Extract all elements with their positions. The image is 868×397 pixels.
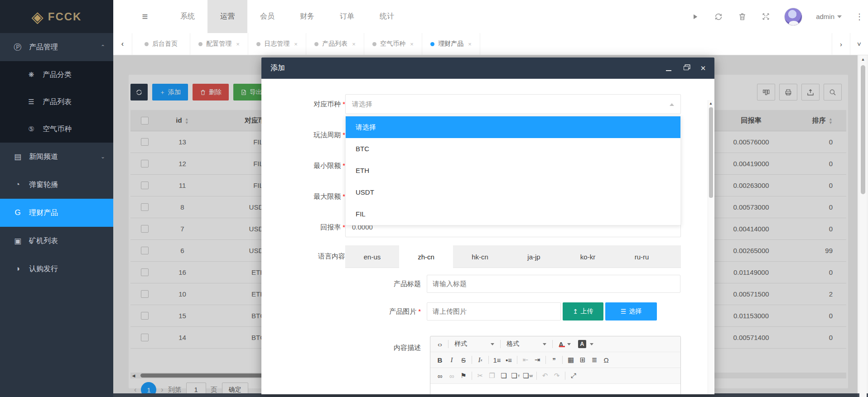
- add-dialog: 添加 ✕ 对应币种*请选择玩法周期*最小限额*最大限额*回报率* 请选择BTCE…: [261, 57, 714, 394]
- tab-空气币种[interactable]: 空气币种×: [364, 33, 422, 55]
- chevron-down-icon: [567, 343, 571, 345]
- label-text: 最大限额: [313, 192, 341, 200]
- avatar[interactable]: [784, 8, 802, 26]
- sidebar-item-认购发行[interactable]: ◑认购发行: [0, 255, 113, 283]
- sidebar-item-新闻频道[interactable]: ▤新闻频道⌄: [0, 143, 113, 171]
- lang-section-label: 语言内容: [268, 245, 345, 267]
- dialog-scrollbar[interactable]: ▲: [708, 100, 714, 394]
- tab-配置管理[interactable]: 配置管理×: [190, 33, 248, 55]
- tabs-menu-icon[interactable]: ˅: [850, 33, 868, 55]
- paste-word-button[interactable]: ❏W: [521, 370, 534, 382]
- image-button[interactable]: ▦: [565, 354, 577, 366]
- styles-dropdown[interactable]: 样式: [451, 338, 498, 350]
- fullscreen-icon[interactable]: [761, 12, 771, 22]
- nav-item-财务[interactable]: 财务: [287, 0, 327, 33]
- sidebar-item-空气币种[interactable]: ⑤空气币种: [0, 115, 113, 143]
- lang-tab-hk-cn[interactable]: hk-cn: [453, 245, 507, 268]
- rich-text-editor: ‹›样式格式AA BISIx1≡•≡⇤⇥”▦⊞≣Ω ∞∞⚑✂❐❏❏T❏W↶↷⤢: [430, 336, 681, 394]
- tab-close-icon[interactable]: ×: [294, 41, 298, 48]
- scroll-up-arrow-icon[interactable]: ▲: [708, 101, 714, 105]
- lang-tab-en-us[interactable]: en-us: [345, 245, 399, 268]
- ordered-list-button[interactable]: 1≡: [491, 354, 503, 366]
- strikethrough-button[interactable]: S: [458, 354, 469, 366]
- tab-close-icon[interactable]: ×: [468, 41, 472, 48]
- editor-content-area[interactable]: [430, 384, 680, 394]
- sidebar-item-产品列表[interactable]: ☰产品列表: [0, 88, 113, 115]
- upload-button[interactable]: ↥ 上传: [563, 302, 603, 320]
- horizontal-rule-button[interactable]: ≣: [588, 354, 600, 366]
- special-char-button[interactable]: Ω: [600, 354, 612, 366]
- choose-button[interactable]: ☰ 选择: [605, 302, 657, 320]
- field-label-对应币种: 对应币种*: [268, 94, 345, 114]
- form-row-对应币种: 对应币种*请选择: [261, 94, 681, 114]
- tab-close-icon[interactable]: ×: [236, 41, 240, 48]
- tabs-scroll-left-icon[interactable]: ‹: [113, 33, 132, 55]
- remove-format-button[interactable]: Ix: [474, 354, 486, 366]
- scroll-up-arrow-icon[interactable]: ▲: [859, 57, 867, 62]
- play-icon[interactable]: [690, 12, 700, 22]
- refresh-icon[interactable]: [714, 12, 723, 22]
- dialog-header[interactable]: 添加 ✕: [261, 57, 714, 79]
- sidebar-item-产品管理[interactable]: Ⓟ产品管理⌃: [0, 33, 113, 61]
- italic-button[interactable]: I: [446, 354, 458, 366]
- product-title-input[interactable]: [433, 275, 675, 292]
- sidebar-item-label: 新闻频道: [29, 152, 58, 162]
- bold-button[interactable]: B: [434, 354, 446, 366]
- tab-close-icon[interactable]: ×: [352, 41, 356, 48]
- anchor-button[interactable]: ⚑: [458, 370, 469, 382]
- tab-dot: [314, 42, 318, 46]
- format-dropdown[interactable]: 格式: [503, 338, 550, 350]
- lang-tab-ko-kr[interactable]: ko-kr: [561, 245, 615, 268]
- more-menu-icon[interactable]: ⋮: [855, 12, 863, 22]
- page-scroll-thumb[interactable]: [861, 65, 865, 194]
- dialog-scroll-thumb[interactable]: [709, 107, 713, 198]
- sidebar-item-产品分类[interactable]: ❋产品分类: [0, 61, 113, 88]
- nav-item-系统[interactable]: 系统: [168, 0, 207, 33]
- product-image-field[interactable]: [427, 302, 561, 320]
- product-image-input[interactable]: [433, 303, 555, 319]
- bg-color-button[interactable]: A: [574, 338, 597, 350]
- lang-tab-zh-cn[interactable]: zh-cn: [399, 245, 453, 268]
- dropdown-option-BTC[interactable]: BTC: [346, 138, 680, 160]
- tabs-scroll-right-icon[interactable]: ›: [832, 33, 850, 55]
- blockquote-button[interactable]: ”: [548, 354, 560, 366]
- tab-close-icon[interactable]: ×: [410, 41, 414, 48]
- trash-icon[interactable]: [737, 12, 747, 22]
- link-button[interactable]: ∞: [434, 370, 446, 382]
- unordered-list-button[interactable]: •≡: [503, 354, 515, 366]
- sidebar-item-矿机列表[interactable]: ▣矿机列表: [0, 227, 113, 255]
- minimize-icon[interactable]: [665, 64, 673, 72]
- dropdown-option-USDT[interactable]: USDT: [346, 182, 680, 203]
- dropdown-option-请选择[interactable]: 请选择: [346, 116, 680, 138]
- close-icon[interactable]: ✕: [699, 64, 707, 72]
- nav-item-运营[interactable]: 运营: [207, 0, 247, 33]
- tab-理财产品[interactable]: 理财产品×: [422, 33, 480, 55]
- paste-button[interactable]: ❏: [498, 370, 510, 382]
- table-button[interactable]: ⊞: [577, 354, 588, 366]
- dropdown-option-ETH[interactable]: ETH: [346, 160, 680, 182]
- sidebar-item-弹窗轮播[interactable]: ◔弹窗轮播: [0, 171, 113, 199]
- coin-select[interactable]: 请选择: [345, 94, 681, 114]
- source-button[interactable]: ‹›: [434, 338, 446, 350]
- nav-item-会员[interactable]: 会员: [247, 0, 287, 33]
- dropdown-option-FIL[interactable]: FIL: [346, 203, 680, 225]
- tabs: 后台首页配置管理×日志管理×产品列表×空气币种×理财产品×: [132, 33, 480, 55]
- text-color-button[interactable]: A: [555, 338, 574, 350]
- indent-button[interactable]: ⇥: [531, 354, 543, 366]
- nav-item-统计[interactable]: 统计: [367, 0, 407, 33]
- paste-text-button[interactable]: ❏T: [510, 370, 521, 382]
- tab-后台首页[interactable]: 后台首页: [132, 33, 190, 55]
- page-scrollbar[interactable]: ▲: [859, 55, 867, 397]
- lang-tab-ja-jp[interactable]: ja-jp: [507, 245, 561, 268]
- lang-tab-ru-ru[interactable]: ru-ru: [615, 245, 669, 268]
- label-text: 最小限额: [313, 162, 341, 169]
- maximize-button[interactable]: ⤢: [568, 370, 579, 382]
- tab-产品列表[interactable]: 产品列表×: [306, 33, 364, 55]
- tab-日志管理[interactable]: 日志管理×: [248, 33, 306, 55]
- sidebar-collapse-icon[interactable]: ≡: [136, 0, 154, 33]
- product-title-field[interactable]: [427, 275, 680, 293]
- maximize-icon[interactable]: [682, 64, 690, 72]
- user-menu[interactable]: admin: [816, 13, 842, 20]
- sidebar-item-理财产品[interactable]: G理财产品: [0, 199, 113, 227]
- nav-item-订单[interactable]: 订单: [327, 0, 367, 33]
